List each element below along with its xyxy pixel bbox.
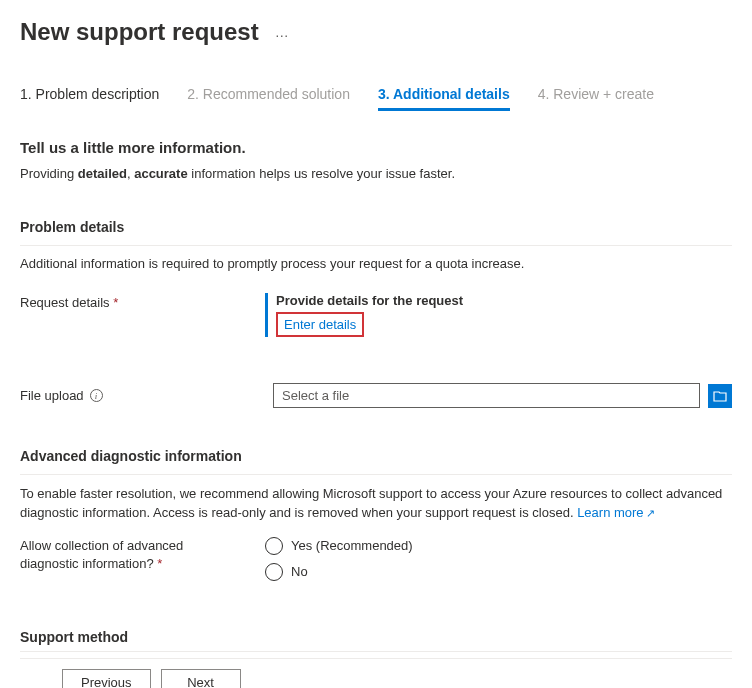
tab-recommended-solution[interactable]: 2. Recommended solution — [187, 86, 350, 111]
allow-collection-label: Allow collection of advanced diagnostic … — [20, 537, 265, 573]
advanced-diag-heading: Advanced diagnostic information — [20, 448, 732, 464]
file-upload-label: File upload — [20, 388, 84, 403]
radio-circle-icon — [265, 563, 283, 581]
radio-no-label: No — [291, 564, 308, 579]
lead-b1: detailed — [78, 166, 127, 181]
radio-yes[interactable]: Yes (Recommended) — [265, 537, 413, 555]
radio-yes-label: Yes (Recommended) — [291, 538, 413, 553]
problem-details-sub: Additional information is required to pr… — [20, 256, 732, 271]
wizard-tabs: 1. Problem description 2. Recommended so… — [20, 86, 732, 111]
next-button[interactable]: Next — [161, 669, 241, 688]
section-lead-text: Providing detailed, accurate information… — [20, 166, 732, 181]
tab-problem-description[interactable]: 1. Problem description — [20, 86, 159, 111]
folder-icon — [713, 390, 727, 402]
section-lead-title: Tell us a little more information. — [20, 139, 732, 156]
divider — [20, 474, 732, 475]
enter-details-link[interactable]: Enter details — [284, 317, 356, 332]
lead-prefix: Providing — [20, 166, 78, 181]
required-asterisk: * — [157, 556, 162, 571]
previous-button[interactable]: Previous — [62, 669, 151, 688]
page-title: New support request — [20, 18, 259, 46]
advanced-diag-text: To enable faster resolution, we recommen… — [20, 485, 732, 523]
provide-details-title: Provide details for the request — [276, 293, 732, 308]
lead-suffix: information helps us resolve your issue … — [188, 166, 455, 181]
more-icon[interactable]: … — [275, 24, 290, 40]
tab-review-create[interactable]: 4. Review + create — [538, 86, 654, 111]
problem-details-heading: Problem details — [20, 219, 732, 235]
tab-additional-details[interactable]: 3. Additional details — [378, 86, 510, 111]
info-icon[interactable]: i — [90, 389, 103, 402]
file-select-input[interactable]: Select a file — [273, 383, 700, 408]
divider — [20, 245, 732, 246]
radio-circle-icon — [265, 537, 283, 555]
external-link-icon: ↗ — [646, 507, 655, 519]
lead-b2: accurate — [134, 166, 187, 181]
request-details-label: Request details * — [20, 293, 265, 310]
request-details-label-text: Request details — [20, 295, 110, 310]
support-method-heading: Support method — [20, 629, 732, 652]
learn-more-link[interactable]: Learn more — [577, 505, 643, 520]
file-browse-button[interactable] — [708, 384, 732, 408]
radio-no[interactable]: No — [265, 563, 413, 581]
enter-details-highlight: Enter details — [276, 312, 364, 337]
required-asterisk: * — [113, 295, 118, 310]
